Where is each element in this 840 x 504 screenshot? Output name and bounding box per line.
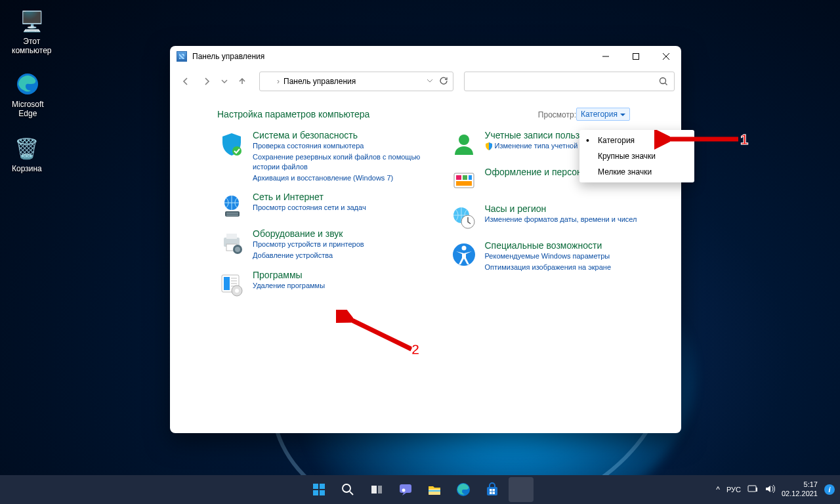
- breadcrumb-sep: ›: [277, 77, 280, 86]
- svg-rect-32: [371, 486, 377, 494]
- taskbar-control-panel[interactable]: [509, 477, 534, 502]
- language-indicator[interactable]: РУС: [726, 486, 741, 494]
- clock-icon: [450, 203, 478, 232]
- titlebar[interactable]: Панель управления: [170, 46, 681, 67]
- taskbar-chat[interactable]: [393, 477, 418, 502]
- globe-icon: [217, 192, 246, 220]
- svg-rect-43: [493, 492, 495, 495]
- svg-rect-27: [313, 484, 318, 489]
- svg-rect-34: [400, 484, 411, 493]
- close-button[interactable]: [651, 46, 681, 67]
- tray-notifications-icon[interactable]: i: [824, 484, 835, 495]
- up-button[interactable]: [233, 72, 251, 91]
- category-title[interactable]: Учетные записи польз: [485, 130, 587, 140]
- tray-network-icon[interactable]: [747, 484, 758, 495]
- category-title[interactable]: Оборудование и звук: [253, 228, 364, 239]
- category-clock-region: Часы и регион Изменение форматов даты, в…: [450, 203, 666, 232]
- tray-overflow[interactable]: ^: [716, 485, 720, 494]
- user-icon: [450, 130, 478, 159]
- view-dropdown[interactable]: Категория: [576, 108, 630, 121]
- tray-volume-icon[interactable]: [765, 484, 775, 495]
- printer-icon: [217, 228, 246, 257]
- clock-time: 5:17: [782, 480, 818, 490]
- taskbar-explorer[interactable]: [422, 477, 447, 502]
- svg-rect-6: [226, 213, 238, 214]
- search-input[interactable]: [464, 72, 675, 91]
- clock-date: 02.12.2021: [782, 490, 818, 499]
- category-link[interactable]: Сохранение резервных копий файлов с помо…: [253, 152, 434, 172]
- address-bar[interactable]: › Панель управления: [259, 72, 453, 91]
- svg-rect-30: [320, 490, 325, 495]
- category-link[interactable]: Архивация и восстановление (Windows 7): [253, 173, 434, 183]
- svg-point-2: [660, 78, 666, 84]
- chevron-down-icon[interactable]: [427, 77, 433, 86]
- svg-rect-33: [378, 486, 382, 494]
- category-programs: Программы Удаление программы: [217, 270, 434, 299]
- svg-rect-19: [456, 175, 461, 180]
- edge-icon: [14, 71, 41, 97]
- taskbar: ^ РУС 5:17 02.12.2021 i: [0, 475, 840, 504]
- svg-rect-5: [225, 211, 240, 217]
- category-link[interactable]: Просмотр устройств и принтеров: [253, 240, 364, 249]
- category-title[interactable]: Система и безопасность: [253, 130, 434, 140]
- view-dropdown-menu: Категория Крупные значки Мелкие значки: [579, 130, 694, 182]
- minimize-button[interactable]: [591, 46, 621, 67]
- svg-rect-42: [490, 492, 492, 495]
- nav-toolbar: › Панель управления: [170, 67, 681, 96]
- svg-rect-41: [493, 489, 495, 492]
- svg-rect-21: [469, 175, 472, 180]
- refresh-button[interactable]: [438, 75, 449, 88]
- desktop-recycle[interactable]: 🗑️ Корзина: [12, 135, 42, 173]
- svg-point-12: [235, 247, 240, 252]
- svg-rect-22: [456, 181, 472, 186]
- category-title[interactable]: Сеть и Интернет: [253, 192, 366, 202]
- category-system-security: Система и безопасность Проверка состояни…: [217, 130, 434, 184]
- svg-point-17: [459, 135, 469, 145]
- svg-rect-40: [490, 489, 492, 492]
- svg-rect-36: [429, 489, 440, 495]
- svg-point-31: [343, 484, 350, 492]
- maximize-button[interactable]: [621, 46, 651, 67]
- taskbar-edge[interactable]: [451, 477, 476, 502]
- taskbar-taskview[interactable]: [364, 477, 389, 502]
- dropdown-item-category[interactable]: Категория: [579, 133, 694, 148]
- taskbar-search[interactable]: [335, 477, 360, 502]
- category-link[interactable]: Оптимизация изображения на экране: [485, 262, 612, 272]
- start-button[interactable]: [306, 477, 331, 502]
- svg-rect-20: [463, 175, 467, 180]
- monitor-icon: 🖥️: [18, 8, 45, 34]
- svg-rect-29: [313, 490, 318, 495]
- category-link[interactable]: Проверка состояния компьютера: [253, 141, 434, 151]
- category-link[interactable]: Изменение типа учетной за: [485, 141, 587, 151]
- appearance-icon: [450, 167, 478, 196]
- category-title[interactable]: Программы: [253, 270, 325, 280]
- back-button[interactable]: [177, 72, 195, 91]
- svg-point-35: [402, 489, 406, 492]
- desktop-this-pc[interactable]: 🖥️ Этот компьютер: [12, 8, 52, 55]
- desktop-edge[interactable]: Microsoft Edge: [12, 71, 44, 118]
- category-link[interactable]: Изменение форматов даты, времени и чисел: [485, 215, 637, 224]
- category-link[interactable]: Добавление устройства: [253, 251, 364, 261]
- taskbar-store[interactable]: [480, 477, 505, 502]
- breadcrumb[interactable]: Панель управления: [284, 77, 356, 86]
- category-link[interactable]: Просмотр состояния сети и задач: [253, 203, 366, 213]
- recent-button[interactable]: [219, 72, 230, 91]
- category-link[interactable]: Удаление программы: [253, 281, 325, 291]
- desktop-label: Корзина: [12, 164, 42, 173]
- desktop-label: Этот компьютер: [12, 37, 52, 55]
- category-title[interactable]: Часы и регион: [485, 203, 637, 214]
- shield-icon: [217, 130, 246, 159]
- tray-clock[interactable]: 5:17 02.12.2021: [782, 480, 818, 499]
- control-panel-icon: [177, 51, 187, 62]
- forward-button[interactable]: [198, 72, 216, 91]
- category-link[interactable]: Рекомендуемые Windows параметры: [485, 251, 612, 261]
- dropdown-item-small-icons[interactable]: Мелкие значки: [579, 164, 694, 180]
- dropdown-item-large-icons[interactable]: Крупные значки: [579, 148, 694, 164]
- svg-rect-37: [429, 490, 440, 492]
- svg-point-16: [235, 289, 239, 293]
- uac-shield-icon: [485, 142, 493, 150]
- search-icon: [658, 76, 669, 89]
- annotation-number-1: 1: [740, 131, 748, 148]
- svg-point-26: [461, 246, 466, 251]
- category-title[interactable]: Специальные возможности: [485, 240, 612, 251]
